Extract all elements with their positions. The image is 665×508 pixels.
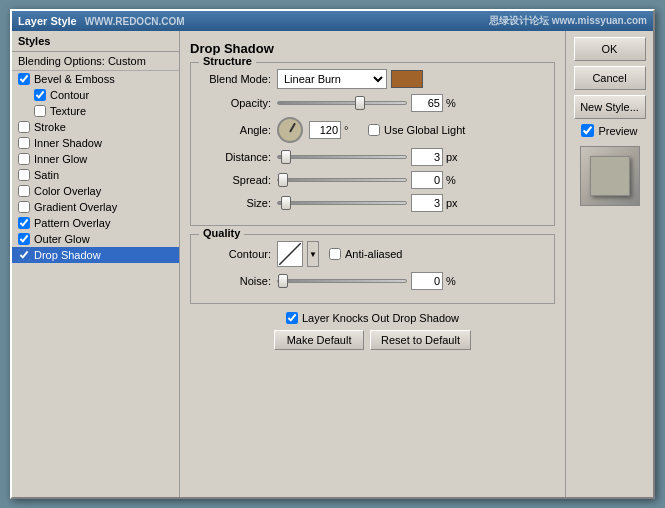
preview-label[interactable]: Preview xyxy=(581,124,637,137)
blend-color-swatch[interactable] xyxy=(391,70,423,88)
noise-label: Noise: xyxy=(201,275,271,287)
reset-default-button[interactable]: Reset to Default xyxy=(370,330,471,350)
opacity-slider-thumb[interactable] xyxy=(355,96,365,110)
sidebar-item-stroke[interactable]: Stroke xyxy=(12,119,179,135)
anti-aliased-label[interactable]: Anti-aliased xyxy=(329,248,402,260)
angle-dial[interactable] xyxy=(277,117,303,143)
color-overlay-checkbox[interactable] xyxy=(18,185,30,197)
angle-input[interactable] xyxy=(309,121,341,139)
anti-aliased-checkbox[interactable] xyxy=(329,248,341,260)
spread-unit: % xyxy=(446,174,462,186)
sidebar-item-inner-glow[interactable]: Inner Glow xyxy=(12,151,179,167)
texture-label: Texture xyxy=(50,105,86,117)
noise-slider-track[interactable] xyxy=(277,279,407,283)
size-label: Size: xyxy=(201,197,271,209)
inner-shadow-checkbox[interactable] xyxy=(18,137,30,149)
preview-checkbox[interactable] xyxy=(581,124,594,137)
noise-row: Noise: % xyxy=(201,272,544,290)
distance-slider-track[interactable] xyxy=(277,155,407,159)
sidebar-item-texture[interactable]: Texture xyxy=(12,103,179,119)
bevel-emboss-checkbox[interactable] xyxy=(18,73,30,85)
distance-input[interactable] xyxy=(411,148,443,166)
anti-aliased-text: Anti-aliased xyxy=(345,248,402,260)
blend-mode-select[interactable]: Linear Burn Normal Multiply xyxy=(277,69,387,89)
new-style-button[interactable]: New Style... xyxy=(574,95,646,119)
layer-knocks-row: Layer Knocks Out Drop Shadow xyxy=(190,312,555,324)
angle-row: Angle: ° Use Global Light xyxy=(201,117,544,143)
sidebar-item-bevel-emboss[interactable]: Bevel & Emboss xyxy=(12,71,179,87)
sidebar-item-contour[interactable]: Contour xyxy=(12,87,179,103)
preview-inner xyxy=(590,156,630,196)
use-global-light-label[interactable]: Use Global Light xyxy=(368,124,465,136)
sidebar-item-satin[interactable]: Satin xyxy=(12,167,179,183)
distance-slider-thumb[interactable] xyxy=(281,150,291,164)
spread-row: Spread: % xyxy=(201,171,544,189)
sidebar-item-inner-shadow[interactable]: Inner Shadow xyxy=(12,135,179,151)
opacity-unit: % xyxy=(446,97,462,109)
drop-shadow-checkbox[interactable] xyxy=(18,249,30,261)
watermark-left: WWW.REDOCN.COM xyxy=(85,16,185,27)
color-overlay-label: Color Overlay xyxy=(34,185,101,197)
contour-dropdown-arrow[interactable]: ▼ xyxy=(307,241,319,267)
quality-section: Quality Contour: ▼ xyxy=(190,234,555,304)
use-global-light-text: Use Global Light xyxy=(384,124,465,136)
contour-row: Contour: ▼ Anti-aliased xyxy=(201,241,544,267)
spread-slider-thumb[interactable] xyxy=(278,173,288,187)
watermark-right: 思绿设计论坛 www.missyuan.com xyxy=(489,14,647,28)
opacity-slider-track[interactable] xyxy=(277,101,407,105)
structure-title: Structure xyxy=(199,55,256,67)
distance-unit: px xyxy=(446,151,462,163)
size-input[interactable] xyxy=(411,194,443,212)
sidebar-item-color-overlay[interactable]: Color Overlay xyxy=(12,183,179,199)
angle-unit: ° xyxy=(344,124,360,136)
bevel-emboss-label: Bevel & Emboss xyxy=(34,73,115,85)
layer-knocks-checkbox[interactable] xyxy=(286,312,298,324)
gradient-overlay-checkbox[interactable] xyxy=(18,201,30,213)
size-row: Size: px xyxy=(201,194,544,212)
title-bar: Layer Style WWW.REDOCN.COM 思绿设计论坛 www.mi… xyxy=(12,11,653,31)
contour-checkbox[interactable] xyxy=(34,89,46,101)
spread-input[interactable] xyxy=(411,171,443,189)
sidebar-item-outer-glow[interactable]: Outer Glow xyxy=(12,231,179,247)
stroke-checkbox[interactable] xyxy=(18,121,30,133)
outer-glow-label: Outer Glow xyxy=(34,233,90,245)
sidebar-item-pattern-overlay[interactable]: Pattern Overlay xyxy=(12,215,179,231)
left-panel: Styles Blending Options: Custom Bevel & … xyxy=(12,31,180,497)
contour-label: Contour xyxy=(50,89,89,101)
distance-row: Distance: px xyxy=(201,148,544,166)
size-slider-track[interactable] xyxy=(277,201,407,205)
sidebar-item-drop-shadow[interactable]: Drop Shadow xyxy=(12,247,179,263)
quality-title: Quality xyxy=(199,227,244,239)
noise-slider-thumb[interactable] xyxy=(278,274,288,288)
size-slider-thumb[interactable] xyxy=(281,196,291,210)
use-global-light-checkbox[interactable] xyxy=(368,124,380,136)
styles-header: Styles xyxy=(12,31,179,52)
inner-glow-checkbox[interactable] xyxy=(18,153,30,165)
sidebar-item-gradient-overlay[interactable]: Gradient Overlay xyxy=(12,199,179,215)
structure-section: Structure Blend Mode: Linear Burn Normal… xyxy=(190,62,555,226)
gradient-overlay-label: Gradient Overlay xyxy=(34,201,117,213)
layer-style-dialog: Layer Style WWW.REDOCN.COM 思绿设计论坛 www.mi… xyxy=(10,9,655,499)
ok-button[interactable]: OK xyxy=(574,37,646,61)
drop-shadow-label: Drop Shadow xyxy=(34,249,101,261)
pattern-overlay-checkbox[interactable] xyxy=(18,217,30,229)
pattern-overlay-label: Pattern Overlay xyxy=(34,217,110,229)
blending-options-label[interactable]: Blending Options: Custom xyxy=(12,52,179,71)
opacity-label: Opacity: xyxy=(201,97,271,109)
layer-knocks-label[interactable]: Layer Knocks Out Drop Shadow xyxy=(286,312,459,324)
inner-glow-label: Inner Glow xyxy=(34,153,87,165)
main-panel: Drop Shadow Structure Blend Mode: Linear… xyxy=(180,31,565,497)
spread-slider-track[interactable] xyxy=(277,178,407,182)
outer-glow-checkbox[interactable] xyxy=(18,233,30,245)
title-text: Layer Style xyxy=(18,15,77,27)
right-panel: OK Cancel New Style... Preview xyxy=(565,31,653,497)
noise-input[interactable] xyxy=(411,272,443,290)
satin-checkbox[interactable] xyxy=(18,169,30,181)
cancel-button[interactable]: Cancel xyxy=(574,66,646,90)
texture-checkbox[interactable] xyxy=(34,105,46,117)
stroke-label: Stroke xyxy=(34,121,66,133)
make-default-button[interactable]: Make Default xyxy=(274,330,364,350)
contour-thumbnail[interactable] xyxy=(277,241,303,267)
layer-knocks-text: Layer Knocks Out Drop Shadow xyxy=(302,312,459,324)
opacity-input[interactable] xyxy=(411,94,443,112)
